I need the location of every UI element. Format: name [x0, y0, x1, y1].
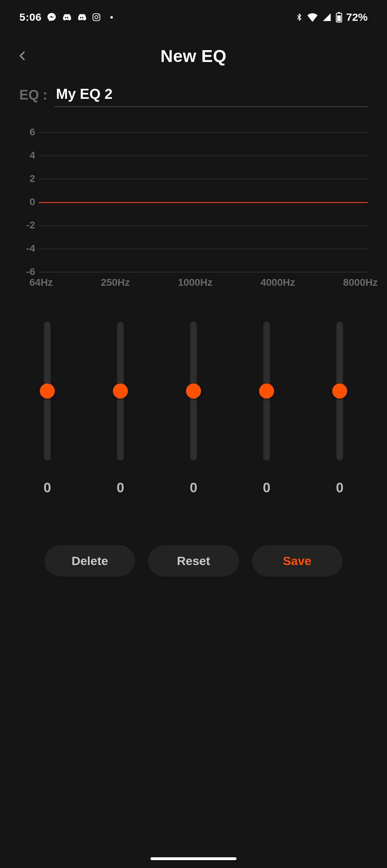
chevron-left-icon: [17, 48, 28, 64]
x-tick-label: 4000Hz: [261, 277, 295, 288]
slider-8000hz: 0: [332, 321, 348, 496]
messenger-icon: [47, 12, 57, 22]
svg-rect-4: [337, 15, 341, 21]
slider-thumb[interactable]: [40, 384, 55, 399]
x-tick-label: 1000Hz: [178, 277, 212, 288]
reset-label: Reset: [177, 554, 210, 568]
slider-track[interactable]: [117, 321, 124, 461]
reset-button[interactable]: Reset: [148, 545, 239, 577]
nav-handle[interactable]: [150, 857, 236, 860]
save-label: Save: [283, 554, 311, 568]
svg-rect-5: [338, 12, 340, 13]
delete-label: Delete: [72, 554, 108, 568]
x-tick-label: 8000Hz: [343, 277, 378, 288]
y-tick-label: 4: [19, 150, 35, 161]
eq-name-value: My EQ 2: [56, 86, 368, 102]
eq-name-row: EQ : My EQ 2: [0, 77, 387, 107]
slider-track[interactable]: [44, 321, 51, 461]
header: New EQ: [0, 34, 387, 77]
gridline: [39, 132, 368, 133]
svg-point-2: [98, 15, 99, 16]
slider-thumb[interactable]: [259, 384, 274, 399]
delete-button[interactable]: Delete: [44, 545, 135, 577]
status-bar: 5:06 72%: [0, 0, 387, 34]
instagram-icon: [92, 13, 101, 22]
gridline: [39, 272, 368, 273]
slider-track[interactable]: [336, 321, 343, 461]
status-right: 72%: [295, 11, 368, 23]
gridline: [39, 249, 368, 249]
discord-icon: [62, 12, 72, 22]
y-tick-label: 2: [19, 173, 35, 184]
eq-sliders: 0 0 0 0 0: [0, 288, 387, 496]
wifi-icon: [307, 13, 318, 22]
page-title: New EQ: [161, 46, 226, 66]
gridline: [39, 179, 368, 179]
x-tick-label: 250Hz: [101, 277, 130, 288]
x-axis-labels: 64Hz 250Hz 1000Hz 4000Hz 8000Hz: [39, 277, 368, 288]
svg-point-1: [95, 16, 98, 19]
eq-curve-line: [39, 202, 368, 203]
gridline: [39, 225, 368, 226]
slider-value: 0: [336, 480, 343, 496]
gridline: [39, 155, 368, 156]
slider-track[interactable]: [263, 321, 270, 461]
bluetooth-icon: [295, 12, 303, 22]
slider-250hz: 0: [113, 321, 128, 496]
slider-value: 0: [190, 480, 197, 496]
battery-icon: [335, 12, 343, 23]
slider-thumb[interactable]: [186, 384, 201, 399]
slider-1000hz: 0: [186, 321, 201, 496]
eq-name-label: EQ :: [19, 87, 47, 107]
status-left: 5:06: [19, 11, 113, 23]
action-buttons: Delete Reset Save: [0, 496, 387, 577]
y-tick-label: -6: [19, 266, 35, 278]
x-tick-label: 64Hz: [29, 277, 53, 288]
y-tick-label: 6: [19, 126, 35, 138]
slider-4000hz: 0: [259, 321, 274, 496]
discord-icon-2: [77, 12, 87, 22]
notification-dot-icon: [110, 16, 113, 19]
slider-value: 0: [43, 480, 51, 496]
slider-thumb[interactable]: [113, 384, 128, 399]
eq-curve-chart: 6 4 2 0 -2 -4 -6 64Hz 250Hz 1000Hz 4000H…: [0, 132, 387, 288]
y-tick-label: -2: [19, 220, 35, 231]
eq-name-field[interactable]: My EQ 2: [54, 86, 368, 107]
slider-thumb[interactable]: [332, 384, 347, 399]
slider-value: 0: [116, 480, 124, 496]
slider-track[interactable]: [190, 321, 197, 461]
status-time: 5:06: [19, 11, 42, 23]
battery-percent: 72%: [346, 11, 368, 23]
back-button[interactable]: [13, 46, 32, 66]
chart-grid: [39, 132, 368, 272]
slider-value: 0: [263, 480, 270, 496]
signal-icon: [322, 13, 332, 22]
y-tick-label: 0: [19, 196, 35, 208]
slider-64hz: 0: [39, 321, 55, 496]
save-button[interactable]: Save: [252, 545, 343, 577]
y-tick-label: -4: [19, 243, 35, 254]
